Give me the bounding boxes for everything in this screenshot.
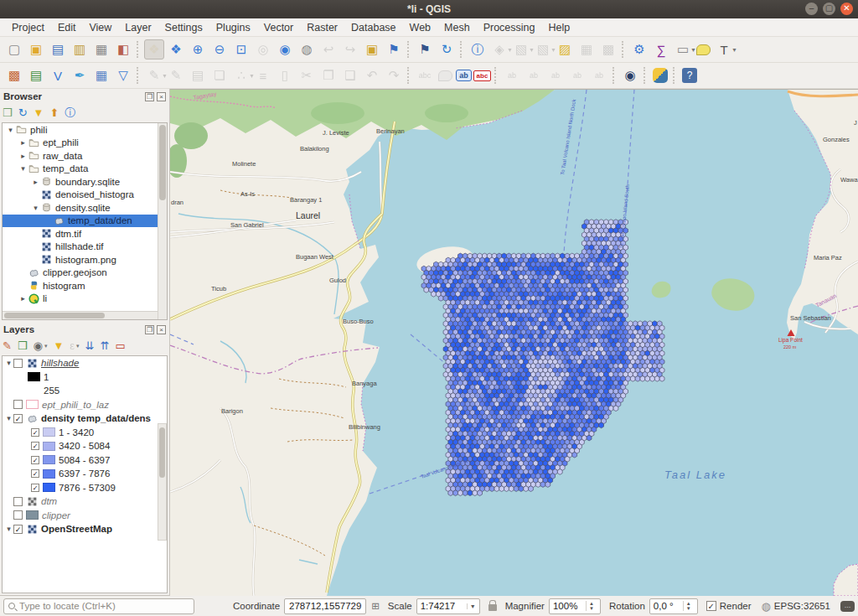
layers-vertical-scrollbar[interactable] bbox=[158, 423, 167, 541]
zoom-to-layer-button[interactable]: ◉ bbox=[275, 39, 295, 60]
browser-item-histogram-png[interactable]: histogram.png bbox=[3, 253, 167, 267]
layer-visibility-checkbox[interactable]: ✓ bbox=[13, 525, 23, 534]
label-toolbar-b-button[interactable] bbox=[438, 70, 452, 81]
field-calculator-button[interactable]: ▩ bbox=[598, 39, 618, 60]
statistics-panel-button[interactable]: ∑ bbox=[651, 39, 671, 60]
legend-6397-7876[interactable]: ✓6397 - 7876 bbox=[3, 467, 167, 481]
save-layer-edits-button[interactable]: ▤ bbox=[188, 65, 208, 85]
browser-item-temp-data-den[interactable]: temp_data/den bbox=[3, 215, 167, 228]
layer-density-temp-data-dens[interactable]: ▾✓density temp_data/dens bbox=[3, 412, 167, 426]
text-annotation-button[interactable]: T▼ bbox=[714, 39, 734, 60]
collapse-all-button[interactable]: ⬆ bbox=[49, 106, 59, 119]
layer-labeling-options-button[interactable]: ab bbox=[456, 70, 472, 81]
refresh-browser-button[interactable]: ↻ bbox=[18, 106, 28, 119]
processing-toolbox-button[interactable]: ⚙ bbox=[629, 39, 649, 60]
class-visibility-checkbox[interactable]: ✓ bbox=[31, 484, 39, 492]
menu-settings[interactable]: Settings bbox=[158, 20, 209, 35]
zoom-last-button[interactable]: ↩ bbox=[318, 39, 339, 60]
magnifier-spinbox[interactable]: 100% ▲▼ bbox=[549, 598, 601, 614]
layer-visibility-checkbox[interactable] bbox=[13, 400, 23, 409]
dropdown-icon[interactable]: ▼ bbox=[731, 47, 737, 53]
locator-input[interactable]: Type to locate (Ctrl+K) bbox=[3, 598, 194, 614]
browser-float-button[interactable]: ❐ bbox=[145, 92, 154, 101]
data-source-manager-button[interactable]: ▩ bbox=[4, 65, 24, 85]
manage-map-themes-button[interactable]: ◉ bbox=[34, 339, 43, 352]
menu-view[interactable]: View bbox=[82, 20, 118, 35]
layer-visibility-checkbox[interactable] bbox=[13, 497, 23, 506]
rotation-spinbox[interactable]: 0,0 ° ▲▼ bbox=[649, 598, 698, 614]
delete-selected-button[interactable]: ▯ bbox=[275, 65, 295, 85]
expander-icon[interactable]: ▸ bbox=[18, 138, 28, 147]
rotate-label-button[interactable]: ab bbox=[567, 65, 587, 85]
refresh-map-button[interactable]: ↻ bbox=[437, 39, 457, 60]
identify-features-button[interactable]: ⓘ bbox=[468, 39, 488, 60]
browser-item-temp-data[interactable]: ▾temp_data bbox=[3, 163, 167, 176]
pan-map-button[interactable]: ❖ bbox=[144, 39, 164, 60]
show-layout-manager-button[interactable]: ▦ bbox=[91, 39, 111, 60]
browser-horizontal-scrollbar[interactable] bbox=[3, 311, 158, 319]
minimize-button[interactable]: – bbox=[805, 3, 818, 15]
map-tips-button[interactable] bbox=[696, 44, 711, 55]
deselect-all-layers-button[interactable]: ▨ bbox=[555, 39, 575, 60]
new-print-layout-button[interactable]: ▥ bbox=[70, 39, 90, 60]
cut-features-button[interactable]: ✂ bbox=[297, 65, 317, 85]
menu-raster[interactable]: Raster bbox=[300, 20, 344, 35]
render-checkbox[interactable]: ✓ bbox=[706, 601, 716, 611]
browser-item-boundary-sqlite[interactable]: ▸boundary.sqlite bbox=[3, 175, 167, 189]
redo-button[interactable]: ↷ bbox=[384, 65, 404, 85]
class-visibility-checkbox[interactable]: ✓ bbox=[31, 456, 39, 464]
expander-icon[interactable]: ▾ bbox=[4, 525, 13, 533]
menu-mesh[interactable]: Mesh bbox=[437, 20, 477, 35]
run-feature-action-button[interactable]: ◈▼ bbox=[489, 39, 509, 60]
layer-clipper[interactable]: clipper bbox=[3, 509, 167, 523]
layer-visibility-checkbox[interactable] bbox=[13, 510, 23, 520]
expander-icon[interactable]: ▾ bbox=[4, 359, 13, 367]
browser-item-phili[interactable]: ▾phili bbox=[3, 123, 167, 137]
add-group-button[interactable]: ❒ bbox=[18, 339, 28, 352]
new-virtual-layer-button[interactable]: ▽ bbox=[113, 65, 133, 85]
close-button[interactable]: ✕ bbox=[840, 3, 853, 15]
toggle-editing-button[interactable]: ✎ bbox=[166, 65, 186, 85]
collapse-all-layers-button[interactable]: ⇈ bbox=[101, 339, 110, 352]
layer-dtm[interactable]: dtm bbox=[3, 494, 167, 509]
zoom-out-button[interactable]: ⊖ bbox=[209, 39, 230, 60]
modify-attributes-button[interactable]: ≡ bbox=[253, 65, 273, 85]
label-toolbar-a-button[interactable]: abc bbox=[415, 65, 435, 85]
undo-button[interactable]: ↶ bbox=[362, 65, 382, 85]
legend-255[interactable]: 255 bbox=[3, 384, 167, 398]
deselect-features-button[interactable]: ▧▼ bbox=[533, 39, 553, 60]
browser-item-raw-data[interactable]: ▸raw_data bbox=[3, 149, 167, 163]
highlight-pinned-labels-button[interactable]: ab bbox=[502, 65, 522, 85]
browser-item-dtm-tif[interactable]: dtm.tif bbox=[3, 227, 167, 241]
legend-5084-6397[interactable]: ✓5084 - 6397 bbox=[3, 453, 167, 468]
new-spatialite-layer-button[interactable]: ✒ bbox=[70, 65, 90, 85]
menu-vector[interactable]: Vector bbox=[257, 20, 300, 35]
dropdown-icon[interactable]: ▼ bbox=[690, 47, 696, 53]
expander-icon[interactable]: ▸ bbox=[31, 178, 40, 186]
zoom-next-button[interactable]: ↪ bbox=[340, 39, 360, 60]
paste-features-button[interactable]: ❑ bbox=[340, 65, 360, 85]
expander-icon[interactable]: ▾ bbox=[6, 126, 15, 134]
python-console-button[interactable] bbox=[653, 68, 668, 83]
map-canvas[interactable]: TagaytayJ. LevisteBerinayanBalakilongMol… bbox=[170, 89, 858, 595]
zoom-native-button[interactable]: ◍ bbox=[297, 39, 317, 60]
change-label-button[interactable]: ab bbox=[589, 65, 609, 85]
messages-icon[interactable]: … bbox=[840, 601, 855, 612]
menu-edit[interactable]: Edit bbox=[51, 20, 83, 35]
expand-all-layers-button[interactable]: ⇊ bbox=[85, 339, 95, 352]
add-selected-layers-button[interactable]: ❒ bbox=[3, 106, 13, 119]
menu-processing[interactable]: Processing bbox=[477, 20, 542, 35]
magnifier-lock-icon[interactable] bbox=[488, 604, 497, 611]
class-visibility-checkbox[interactable]: ✓ bbox=[31, 469, 39, 478]
legend-1[interactable]: 1 bbox=[3, 370, 167, 385]
filter-by-expression-button[interactable]: ε bbox=[70, 339, 75, 352]
filter-legend-button[interactable]: ▼ bbox=[53, 339, 64, 352]
class-visibility-checkbox[interactable]: ✓ bbox=[31, 428, 39, 437]
browser-item-histogram[interactable]: histogram bbox=[3, 279, 167, 292]
menu-web[interactable]: Web bbox=[403, 20, 437, 35]
layer-ept-phili-to-laz[interactable]: ept_phili_to_laz bbox=[3, 398, 167, 412]
current-edits-button[interactable]: ✎▼ bbox=[144, 65, 164, 85]
expander-icon[interactable]: ▾ bbox=[31, 204, 40, 212]
layer-visibility-checkbox[interactable] bbox=[13, 359, 23, 368]
remove-layer-button[interactable]: ▭ bbox=[115, 339, 125, 352]
